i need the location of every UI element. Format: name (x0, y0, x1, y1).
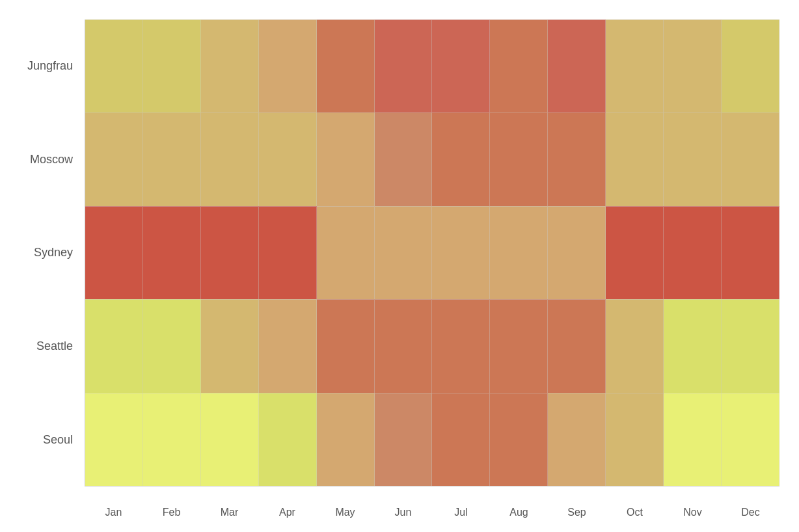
cell-jungfrau-5 (375, 20, 433, 113)
cell-jungfrau-8 (548, 20, 606, 113)
cell-moscow-0 (85, 113, 143, 206)
cell-seattle-11 (722, 299, 779, 392)
y-label-moscow: Moscow (0, 113, 85, 207)
cell-seattle-8 (548, 299, 606, 392)
cell-jungfrau-4 (317, 20, 375, 113)
cell-sydney-0 (85, 206, 143, 299)
y-label-seoul: Seoul (0, 393, 85, 486)
cell-seattle-2 (201, 299, 259, 392)
chart-container: Inspired by Toast Jungfrau Moscow Sydney… (0, 0, 799, 532)
cell-seoul-6 (432, 393, 490, 486)
cell-jungfrau-3 (259, 20, 317, 113)
cell-moscow-11 (722, 113, 779, 206)
cell-moscow-9 (606, 113, 664, 206)
cell-sydney-4 (317, 206, 375, 299)
cell-jungfrau-1 (143, 20, 201, 113)
cell-sydney-7 (490, 206, 548, 299)
cell-seoul-5 (375, 393, 433, 486)
cell-seattle-1 (143, 299, 201, 392)
y-label-seattle: Seattle (0, 300, 85, 393)
cell-seattle-7 (490, 299, 548, 392)
x-label-jun: Jun (374, 499, 432, 525)
cell-seoul-7 (490, 393, 548, 486)
chart-area (85, 20, 779, 486)
cell-seattle-9 (606, 299, 664, 392)
cell-seoul-9 (606, 393, 664, 486)
cell-seoul-1 (143, 393, 201, 486)
x-axis: Jan Feb Mar Apr May Jun Jul Aug Sep Oct … (85, 499, 779, 525)
cell-moscow-7 (490, 113, 548, 206)
cell-sydney-3 (259, 206, 317, 299)
x-label-mar: Mar (200, 499, 258, 525)
cell-sydney-2 (201, 206, 259, 299)
cell-seattle-10 (664, 299, 722, 392)
cell-jungfrau-2 (201, 20, 259, 113)
cell-seoul-2 (201, 393, 259, 486)
cell-moscow-2 (201, 113, 259, 206)
cell-sydney-1 (143, 206, 201, 299)
x-label-feb: Feb (142, 499, 200, 525)
cell-jungfrau-7 (490, 20, 548, 113)
cell-seoul-4 (317, 393, 375, 486)
x-label-nov: Nov (664, 499, 722, 525)
cell-seoul-0 (85, 393, 143, 486)
cell-sydney-10 (664, 206, 722, 299)
cell-seoul-11 (722, 393, 779, 486)
cell-seattle-5 (375, 299, 433, 392)
x-label-aug: Aug (490, 499, 548, 525)
cell-jungfrau-11 (722, 20, 779, 113)
cell-jungfrau-0 (85, 20, 143, 113)
cell-sydney-5 (375, 206, 433, 299)
cell-moscow-10 (664, 113, 722, 206)
heatmap-grid (85, 20, 779, 486)
cell-seattle-4 (317, 299, 375, 392)
cell-moscow-1 (143, 113, 201, 206)
cell-seattle-6 (432, 299, 490, 392)
y-label-jungfrau: Jungfrau (0, 20, 85, 113)
cell-moscow-5 (375, 113, 433, 206)
cell-seoul-3 (259, 393, 317, 486)
cell-moscow-6 (432, 113, 490, 206)
cell-sydney-11 (722, 206, 779, 299)
x-label-may: May (316, 499, 374, 525)
cell-moscow-4 (317, 113, 375, 206)
cell-seoul-8 (548, 393, 606, 486)
cell-moscow-8 (548, 113, 606, 206)
cell-sydney-9 (606, 206, 664, 299)
x-label-jan: Jan (85, 499, 142, 525)
cell-sydney-6 (432, 206, 490, 299)
x-label-sep: Sep (548, 499, 606, 525)
cell-jungfrau-10 (664, 20, 722, 113)
cell-jungfrau-6 (432, 20, 490, 113)
x-label-apr: Apr (258, 499, 316, 525)
cell-seattle-0 (85, 299, 143, 392)
y-axis: Jungfrau Moscow Sydney Seattle Seoul (0, 20, 85, 486)
cell-moscow-3 (259, 113, 317, 206)
y-label-sydney: Sydney (0, 206, 85, 300)
cell-sydney-8 (548, 206, 606, 299)
cell-jungfrau-9 (606, 20, 664, 113)
x-label-jul: Jul (432, 499, 490, 525)
cell-seoul-10 (664, 393, 722, 486)
x-label-dec: Dec (722, 499, 779, 525)
x-label-oct: Oct (606, 499, 664, 525)
cell-seattle-3 (259, 299, 317, 392)
